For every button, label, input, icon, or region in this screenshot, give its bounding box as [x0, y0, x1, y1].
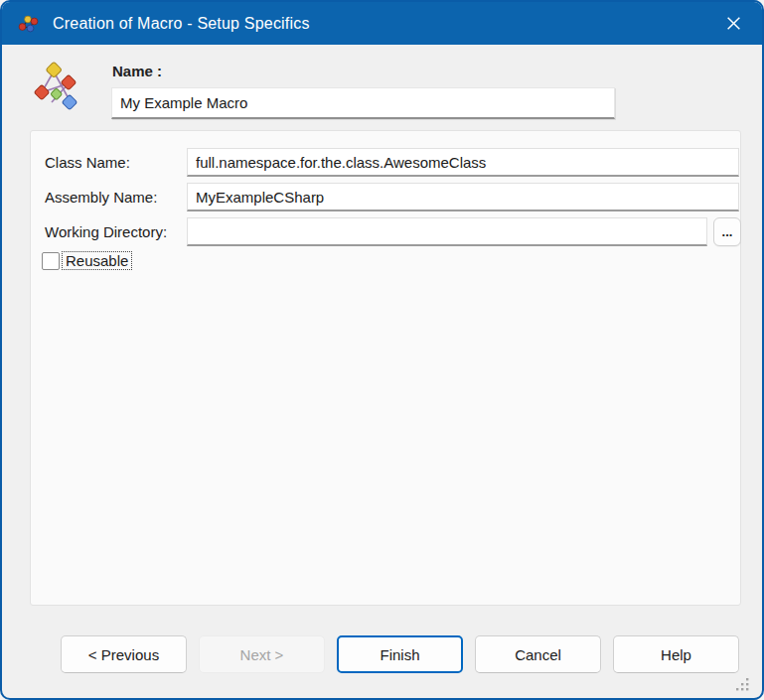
working-directory-input[interactable]	[187, 217, 707, 246]
assembly-name-label: Assembly Name:	[45, 189, 157, 206]
name-label: Name :	[112, 63, 162, 79]
resize-grip[interactable]	[734, 676, 750, 692]
reusable-checkbox[interactable]	[42, 252, 60, 270]
form-panel: Class Name: Assembly Name: Working Direc…	[30, 130, 741, 606]
finish-button[interactable]: Finish	[337, 635, 463, 673]
reusable-checkbox-row: Reusable	[42, 251, 132, 270]
browse-button[interactable]: ...	[713, 217, 741, 246]
close-button[interactable]	[708, 2, 758, 45]
class-name-input[interactable]	[187, 148, 739, 177]
reusable-checkbox-label[interactable]: Reusable	[62, 251, 132, 270]
name-input[interactable]	[111, 87, 615, 119]
window-title: Creation of Macro - Setup Specifics	[53, 15, 310, 33]
assembly-name-input[interactable]	[187, 183, 739, 211]
close-x-icon	[725, 15, 742, 32]
macro-molecule-icon	[17, 12, 41, 36]
next-button: Next >	[199, 635, 325, 673]
dialog-window: Creation of Macro - Setup Specifics	[0, 0, 764, 700]
working-directory-label: Working Directory:	[45, 223, 167, 240]
macro-diamonds-icon	[32, 59, 79, 112]
help-button[interactable]: Help	[613, 635, 739, 673]
previous-button[interactable]: < Previous	[61, 635, 187, 673]
class-name-label: Class Name:	[45, 154, 130, 171]
titlebar: Creation of Macro - Setup Specifics	[2, 2, 762, 45]
cancel-button[interactable]: Cancel	[475, 635, 601, 673]
